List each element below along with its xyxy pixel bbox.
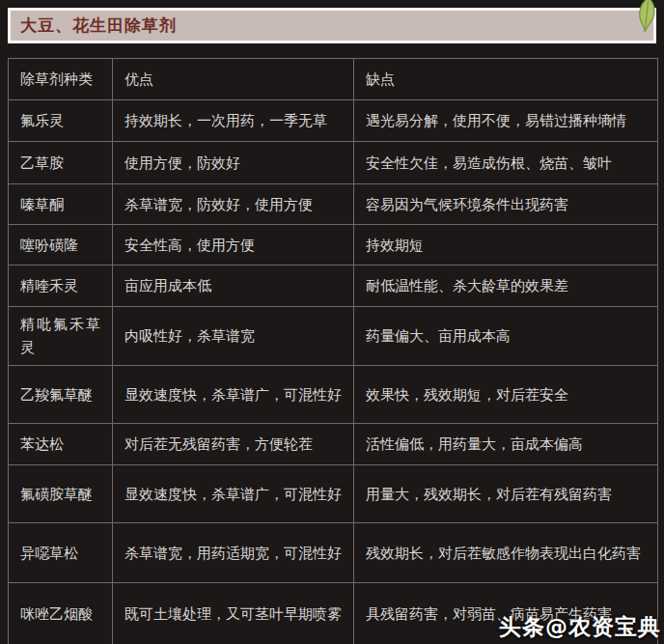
cons-cell: 活性偏低，用药量大，亩成本偏高 — [354, 424, 658, 465]
herbicide-name-cell: 氟磺胺草醚 — [9, 465, 113, 523]
pros-cell: 既可土壤处理，又可茎叶早期喷雾 — [113, 583, 354, 644]
table-row: 乙草胺 使用方便，防效好 安全性欠佳，易造成伤根、烧苗、皱叶 — [9, 142, 658, 184]
cons-cell: 遇光易分解，使用不便，易错过播种墒情 — [354, 100, 658, 142]
pros-cell: 对后茬无残留药害，方便轮茬 — [113, 424, 354, 465]
column-header-pros: 优点 — [113, 59, 354, 100]
herbicide-name-cell: 咪唑乙烟酸 — [9, 583, 113, 644]
table-row: 异噁草松 杀草谱宽，用药适期宽，可混性好 残效期长，对后茬敏感作物表现出白化药害 — [9, 523, 658, 583]
cons-cell: 效果快，残效期短，对后茬安全 — [354, 366, 658, 424]
herbicide-table: 除草剂种类 优点 缺点 氟乐灵 持效期长，一次用药，一季无草 遇光易分解，使用不… — [8, 58, 658, 644]
table-header-row: 除草剂种类 优点 缺点 — [9, 59, 658, 100]
table-row: 氟乐灵 持效期长，一次用药，一季无草 遇光易分解，使用不便，易错过播种墒情 — [9, 100, 658, 142]
pros-cell: 杀草谱宽，用药适期宽，可混性好 — [113, 523, 354, 583]
pros-cell: 持效期长，一次用药，一季无草 — [113, 100, 354, 142]
herbicide-name-cell: 乙草胺 — [9, 142, 113, 184]
herbicide-name-cell: 异噁草松 — [9, 523, 113, 583]
page-title: 大豆、花生田除草剂 — [11, 14, 177, 37]
cons-cell: 安全性欠佳，易造成伤根、烧苗、皱叶 — [354, 142, 658, 184]
herbicide-name-cell: 苯达松 — [9, 424, 113, 465]
table-row: 氟磺胺草醚 显效速度快，杀草谱广，可混性好 用量大，残效期长，对后茬有残留药害 — [9, 465, 658, 523]
table-row: 精吡氟禾草灵 内吸性好，杀草谱宽 药量偏大、亩用成本高 — [9, 307, 658, 366]
herbicide-name-cell: 噻吩磺隆 — [9, 225, 113, 266]
table-row: 精喹禾灵 亩应用成本低 耐低温性能、杀大龄草的效果差 — [9, 266, 658, 307]
column-header-cons: 缺点 — [354, 59, 658, 100]
table-row: 噻吩磺隆 安全性高，使用方便 持效期短 — [9, 225, 658, 266]
herbicide-name-cell: 乙羧氟草醚 — [9, 366, 113, 424]
pros-cell: 显效速度快，杀草谱广，可混性好 — [113, 465, 354, 523]
pros-cell: 显效速度快，杀草谱广，可混性好 — [113, 366, 354, 424]
table-row: 苯达松 对后茬无残留药害，方便轮茬 活性偏低，用药量大，亩成本偏高 — [9, 424, 658, 465]
herbicide-name-cell: 嗪草酮 — [9, 184, 113, 225]
cons-cell: 残效期长，对后茬敏感作物表现出白化药害 — [354, 523, 658, 583]
pros-cell: 内吸性好，杀草谱宽 — [113, 307, 354, 366]
column-header-type: 除草剂种类 — [9, 59, 113, 100]
pros-cell: 安全性高，使用方便 — [113, 225, 354, 266]
herbicide-name-cell: 精吡氟禾草灵 — [9, 307, 113, 366]
pros-cell: 使用方便，防效好 — [113, 142, 354, 184]
pros-cell: 亩应用成本低 — [113, 266, 354, 307]
herbicide-name-cell: 精喹禾灵 — [9, 266, 113, 307]
table-row: 嗪草酮 杀草谱宽，防效好，使用方便 容易因为气候环境条件出现药害 — [9, 184, 658, 225]
cons-cell: 耐低温性能、杀大龄草的效果差 — [354, 266, 658, 307]
leaf-icon — [632, 0, 660, 35]
watermark: 头条@农资宝典 — [499, 612, 661, 642]
cons-cell: 持效期短 — [354, 225, 658, 266]
cons-cell: 用量大，残效期长，对后茬有残留药害 — [354, 465, 658, 523]
herbicide-name-cell: 氟乐灵 — [9, 100, 113, 142]
cons-cell: 容易因为气候环境条件出现药害 — [354, 184, 658, 225]
cons-cell: 药量偏大、亩用成本高 — [354, 307, 658, 366]
pros-cell: 杀草谱宽，防效好，使用方便 — [113, 184, 354, 225]
title-bar: 大豆、花生田除草剂 — [8, 8, 656, 43]
table-row: 乙羧氟草醚 显效速度快，杀草谱广，可混性好 效果快，残效期短，对后茬安全 — [9, 366, 658, 424]
